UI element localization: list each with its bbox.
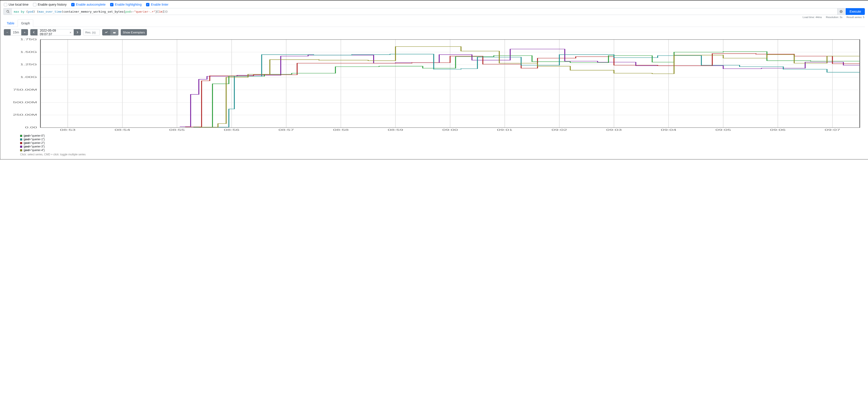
stat-load-time: Load time: 44ms (803, 16, 822, 19)
end-time-prev-button[interactable] (30, 29, 37, 35)
svg-text:09:00: 09:00 (442, 129, 458, 131)
opt-local-time-label: Use local time (8, 3, 29, 6)
checkbox-local-time[interactable] (4, 3, 7, 6)
view-tabs: Table Graph (3, 20, 865, 27)
show-exemplars-button[interactable]: Show Exemplars (121, 29, 147, 35)
svg-point-0 (6, 10, 8, 12)
legend-swatch (20, 138, 22, 140)
tab-graph[interactable]: Graph (18, 20, 33, 27)
opt-autocomplete[interactable]: Enable autocomplete (71, 3, 106, 6)
range-control: − 15m + (4, 29, 28, 35)
svg-text:1.75G: 1.75G (20, 38, 37, 41)
result-panel: Table Graph − 15m + 2022-05-09 09:07:37 … (3, 20, 865, 156)
svg-text:09:05: 09:05 (715, 129, 731, 131)
end-time-next-button[interactable] (74, 29, 81, 35)
svg-text:08:57: 08:57 (278, 129, 294, 131)
opt-query-history[interactable]: Enable query history (33, 3, 67, 6)
checkbox-autocomplete[interactable] (71, 3, 74, 6)
stat-resolution: Resolution: 3s (826, 16, 842, 19)
end-time-clear-icon[interactable]: × (69, 31, 71, 34)
range-decrease-button[interactable]: − (4, 29, 11, 35)
legend-swatch (20, 142, 22, 144)
svg-text:750.00M: 750.00M (13, 88, 37, 91)
opt-query-history-label: Enable query history (38, 3, 67, 6)
opt-local-time[interactable]: Use local time (4, 3, 29, 6)
opt-linter[interactable]: Enable linter (146, 3, 168, 6)
series-querier-1[interactable] (204, 54, 860, 127)
legend-item-querier-3[interactable]: {pod="querier-3"} (20, 145, 863, 148)
legend-hint: Click: select series, CMD + click: toggl… (20, 153, 863, 156)
checkbox-query-history[interactable] (33, 3, 36, 6)
legend-label: {pod="querier-0"} (24, 134, 45, 137)
opt-linter-label: Enable linter (151, 3, 168, 6)
chart-type-toggle (102, 29, 119, 35)
svg-text:08:58: 08:58 (333, 129, 349, 131)
range-value[interactable]: 15m (11, 29, 21, 35)
end-time-value: 2022-05-09 09:07:37 (40, 29, 67, 36)
legend-label: {pod="querier-2"} (24, 141, 45, 144)
opt-highlighting-label: Enable highlighting (115, 3, 142, 6)
svg-text:08:54: 08:54 (115, 129, 130, 131)
end-time-control: 2022-05-09 09:07:37 × (30, 29, 81, 35)
svg-text:08:59: 08:59 (388, 129, 403, 131)
chart-type-line-button[interactable] (102, 29, 110, 35)
execute-button[interactable]: Execute (846, 8, 865, 15)
svg-text:08:56: 08:56 (224, 129, 239, 131)
query-stats: Load time: 44ms Resolution: 3s Result se… (1, 15, 868, 20)
chart-type-stacked-button[interactable] (110, 29, 119, 35)
svg-text:09:04: 09:04 (661, 129, 676, 131)
svg-text:1.50G: 1.50G (20, 51, 37, 53)
end-time-input[interactable]: 2022-05-09 09:07:37 × (37, 29, 74, 35)
svg-text:09:06: 09:06 (770, 129, 786, 131)
globe-icon[interactable] (837, 8, 845, 15)
svg-text:09:01: 09:01 (497, 129, 513, 131)
svg-text:08:55: 08:55 (169, 129, 185, 131)
legend-swatch (20, 146, 22, 148)
stat-result-series: Result series: 5 (846, 16, 864, 19)
checkbox-highlighting[interactable] (110, 3, 114, 6)
show-exemplars-label: Show Exemplars (123, 31, 145, 34)
svg-text:08:53: 08:53 (60, 129, 75, 131)
svg-text:1.25G: 1.25G (20, 63, 37, 66)
legend-label: {pod="querier-1"} (24, 138, 45, 141)
graph-toolbar: − 15m + 2022-05-09 09:07:37 × Res. (s) (3, 27, 865, 38)
legend-label: {pod="querier-4"} (24, 148, 45, 152)
svg-text:09:07: 09:07 (825, 129, 840, 131)
legend-item-querier-1[interactable]: {pod="querier-1"} (20, 138, 863, 141)
svg-text:500.00M: 500.00M (13, 101, 37, 104)
svg-text:250.00M: 250.00M (13, 113, 37, 116)
tab-table[interactable]: Table (3, 20, 18, 27)
series-querier-0[interactable] (193, 52, 860, 127)
opt-autocomplete-label: Enable autocomplete (76, 3, 106, 6)
chart-area: 0.00250.00M500.00M750.00M1.00G1.25G1.50G… (3, 38, 865, 156)
legend: {pod="querier-0"}{pod="querier-1"}{pod="… (4, 133, 863, 156)
resolution-placeholder: Res. (s) (85, 31, 96, 34)
query-row: max by (pod) (max_over_time(container_me… (1, 8, 868, 15)
search-icon (3, 8, 12, 15)
legend-label: {pod="querier-3"} (24, 145, 45, 148)
query-options-bar: Use local time Enable query history Enab… (1, 1, 868, 8)
timeseries-chart[interactable]: 0.00250.00M500.00M750.00M1.00G1.25G1.50G… (4, 38, 863, 133)
svg-text:09:03: 09:03 (606, 129, 622, 131)
legend-item-querier-4[interactable]: {pod="querier-4"} (20, 148, 863, 152)
legend-swatch (20, 149, 22, 151)
checkbox-linter[interactable] (146, 3, 149, 6)
legend-item-querier-2[interactable]: {pod="querier-2"} (20, 141, 863, 145)
svg-text:1.00G: 1.00G (20, 76, 37, 78)
execute-button-label: Execute (849, 10, 861, 13)
resolution-input[interactable]: Res. (s) (83, 29, 100, 35)
svg-text:0.00: 0.00 (25, 126, 37, 129)
svg-line-1 (8, 12, 9, 13)
legend-item-querier-0[interactable]: {pod="querier-0"} (20, 134, 863, 138)
opt-highlighting[interactable]: Enable highlighting (110, 3, 142, 6)
expression-input[interactable]: max by (pod) (max_over_time(container_me… (12, 8, 837, 15)
range-increase-button[interactable]: + (21, 29, 28, 35)
svg-text:09:02: 09:02 (552, 129, 567, 131)
legend-swatch (20, 135, 22, 137)
